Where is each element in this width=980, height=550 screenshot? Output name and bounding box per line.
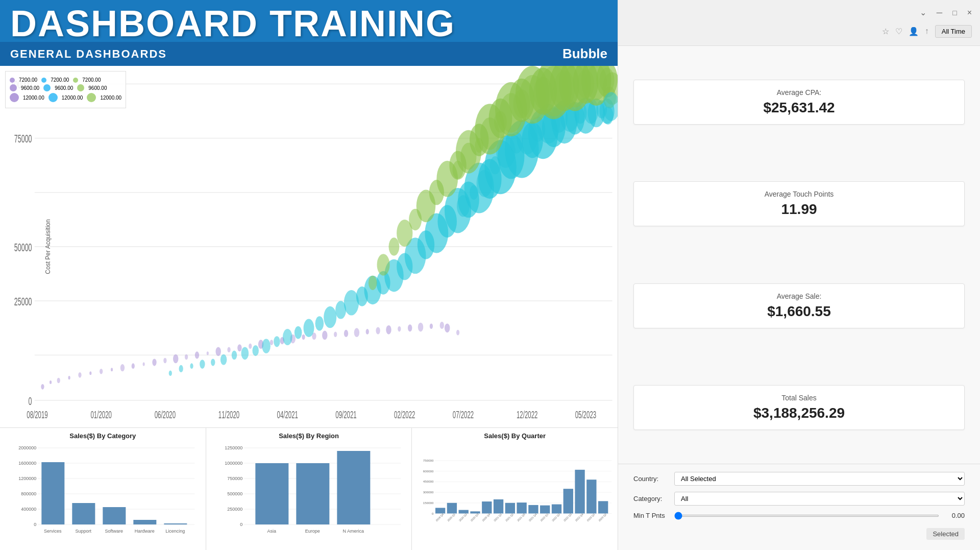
stat-label-total-sales: Total Sales [644, 394, 954, 402]
svg-point-57 [408, 324, 412, 331]
svg-text:01/2020: 01/2020 [90, 410, 112, 420]
svg-point-64 [179, 365, 183, 372]
svg-point-34 [163, 358, 166, 364]
svg-text:Europe: Europe [305, 529, 320, 534]
svg-point-39 [215, 347, 220, 356]
legend-row-1: 7200.00 7200.00 7200.00 [10, 77, 121, 83]
svg-point-70 [241, 347, 249, 360]
svg-text:Software: Software [105, 529, 124, 534]
legend-circle-purple-md [10, 84, 17, 91]
svg-point-55 [386, 325, 391, 334]
svg-rect-235 [564, 489, 573, 513]
bottom-charts: Sales($) By Category 2000000 1600000 120… [0, 427, 618, 550]
stat-card-cpa: Average CPA: $25,631.42 [633, 80, 965, 125]
svg-text:2020 Q3: 2020 Q3 [470, 513, 479, 522]
category-filter-select[interactable]: All [674, 492, 965, 506]
svg-point-77 [315, 316, 324, 330]
svg-rect-221 [482, 501, 492, 513]
header: DASHBOARD TRAINING GENERAL DASHBOARDS Bu… [0, 0, 618, 66]
svg-point-31 [132, 363, 135, 369]
svg-rect-241 [598, 501, 608, 513]
svg-text:0: 0 [34, 522, 36, 527]
svg-text:Hardware: Hardware [135, 529, 155, 534]
stat-value-cpa: $25,631.42 [644, 100, 954, 116]
right-panel: ⌄ ─ □ × ☆ ♡ 👤 ↑ All Time Average CPA: $2… [618, 0, 980, 550]
minimize-icon[interactable]: ─ [937, 8, 942, 17]
share-icon[interactable]: ↑ [925, 27, 929, 36]
svg-text:07/2022: 07/2022 [453, 410, 474, 420]
browser-bar: ⌄ ─ □ × ☆ ♡ 👤 ↑ All Time [618, 0, 980, 46]
svg-rect-199 [337, 451, 370, 524]
stat-label-touch-points: Average Touch Points [644, 190, 954, 198]
legend-circle-teal-sm [41, 78, 46, 83]
svg-point-25 [68, 376, 70, 379]
stat-value-total-sales: $3,188,256.29 [644, 405, 954, 421]
svg-point-142 [453, 161, 463, 179]
left-panel: DASHBOARD TRAINING GENERAL DASHBOARDS Bu… [0, 0, 618, 550]
svg-text:Services: Services [44, 529, 62, 534]
legend-row-3: 12000.00 12000.00 12000.00 [10, 93, 121, 102]
svg-point-78 [324, 306, 336, 328]
svg-rect-213 [435, 508, 445, 513]
legend-circle-teal-md [43, 84, 51, 91]
svg-text:150000: 150000 [423, 501, 434, 505]
country-filter-select[interactable]: All Selected [674, 472, 965, 486]
svg-point-42 [249, 343, 252, 349]
svg-point-33 [152, 358, 156, 366]
svg-point-26 [78, 372, 81, 378]
svg-point-50 [334, 331, 337, 337]
svg-point-51 [344, 330, 348, 337]
svg-point-69 [232, 351, 237, 360]
min-t-pnts-slider[interactable] [674, 515, 939, 517]
svg-rect-237 [575, 470, 585, 514]
svg-text:0: 0 [240, 522, 242, 527]
heart-icon[interactable]: ♡ [895, 27, 902, 36]
filters-section: Country: All Selected Category: All Min … [618, 464, 980, 550]
svg-point-37 [195, 351, 199, 358]
svg-point-59 [430, 323, 433, 329]
svg-rect-173 [41, 462, 64, 524]
svg-text:2022 Q4: 2022 Q4 [575, 513, 584, 522]
filter-row-category: Category: All [633, 492, 965, 506]
bubble-legend: 7200.00 7200.00 7200.00 9600.00 9600.00 … [5, 71, 126, 108]
y-axis-label: Cost Per Acquisition [44, 219, 52, 274]
account-icon[interactable]: 👤 [909, 27, 919, 36]
stat-card-total-sales: Total Sales $3,188,256.29 [633, 385, 965, 430]
svg-rect-181 [164, 523, 187, 524]
svg-text:2021 Q2: 2021 Q2 [505, 513, 514, 522]
min-t-pnts-label: Min T Pnts [633, 512, 669, 519]
svg-text:1250000: 1250000 [225, 445, 242, 450]
all-time-button[interactable]: All Time [935, 25, 972, 38]
svg-point-160 [603, 107, 614, 125]
svg-point-41 [237, 344, 241, 351]
svg-text:2022 Q3: 2022 Q3 [563, 513, 572, 522]
legend-circle-purple-lg [10, 93, 19, 102]
svg-point-74 [283, 329, 292, 345]
stat-label-cpa: Average CPA: [644, 88, 954, 97]
svg-text:800000: 800000 [21, 491, 36, 496]
chart-quarter-title: Sales($) By Quarter [416, 432, 614, 440]
chart-category-title: Sales($) By Category [4, 432, 202, 440]
selected-section: Selected [633, 525, 965, 540]
svg-text:Support: Support [76, 529, 92, 534]
legend-circle-green-lg [87, 93, 96, 102]
stat-value-avg-sale: $1,660.55 [644, 303, 954, 320]
svg-point-58 [418, 323, 423, 332]
svg-text:09/2021: 09/2021 [335, 410, 357, 420]
stat-value-touch-points: 11.99 [644, 201, 954, 218]
filter-row-min-t-pnts: Min T Pnts 0.00 [633, 512, 965, 519]
star-icon[interactable]: ☆ [882, 27, 889, 36]
restore-icon[interactable]: □ [952, 9, 957, 17]
svg-point-44 [270, 340, 273, 345]
svg-point-62 [456, 330, 459, 336]
subtitle-bar: GENERAL DASHBOARDS Bubble [0, 42, 618, 66]
legend-circle-teal-lg [48, 93, 58, 102]
close-icon[interactable]: × [967, 8, 972, 17]
svg-text:1600000: 1600000 [18, 461, 36, 466]
svg-text:0: 0 [29, 395, 32, 407]
svg-point-54 [376, 327, 380, 334]
svg-point-72 [262, 339, 271, 353]
svg-rect-227 [517, 503, 527, 513]
general-dashboards-label: GENERAL DASHBOARDS [10, 47, 167, 61]
svg-text:N America: N America [342, 529, 364, 534]
